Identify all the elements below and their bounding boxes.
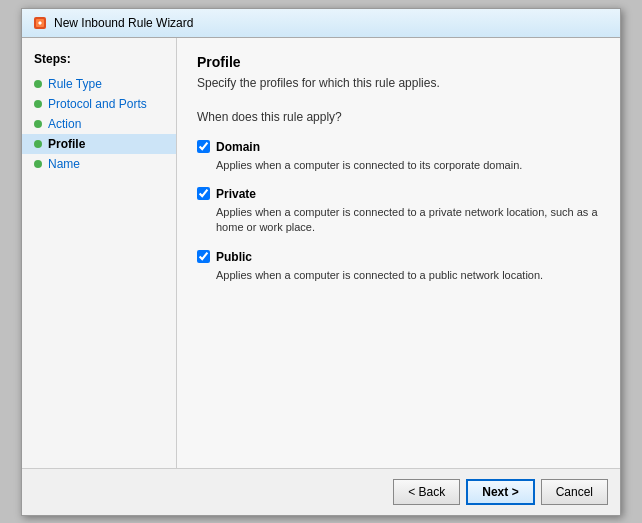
title-bar-text: New Inbound Rule Wizard <box>54 16 193 30</box>
next-button[interactable]: Next > <box>466 479 534 505</box>
back-button[interactable]: < Back <box>393 479 460 505</box>
step-dot-profile <box>34 140 42 148</box>
domain-option: Domain Applies when a computer is connec… <box>197 140 600 173</box>
page-subtitle: Specify the profiles for which this rule… <box>197 76 600 90</box>
domain-checkbox-row: Domain <box>197 140 600 154</box>
page-title: Profile <box>197 54 600 70</box>
footer: < Back Next > Cancel <box>22 468 620 515</box>
question-text: When does this rule apply? <box>197 110 600 124</box>
sidebar-label-action: Action <box>48 117 81 131</box>
cancel-button[interactable]: Cancel <box>541 479 608 505</box>
step-dot-rule-type <box>34 80 42 88</box>
private-description: Applies when a computer is connected to … <box>197 205 600 236</box>
title-bar: New Inbound Rule Wizard <box>22 9 620 38</box>
sidebar-label-rule-type: Rule Type <box>48 77 102 91</box>
wizard-window: New Inbound Rule Wizard Steps: Rule Type… <box>21 8 621 516</box>
sidebar-item-action[interactable]: Action <box>22 114 176 134</box>
sidebar-item-profile[interactable]: Profile <box>22 134 176 154</box>
private-option: Private Applies when a computer is conne… <box>197 187 600 236</box>
step-dot-name <box>34 160 42 168</box>
sidebar-label-protocol-ports: Protocol and Ports <box>48 97 147 111</box>
public-checkbox-row: Public <box>197 250 600 264</box>
sidebar-label-profile: Profile <box>48 137 85 151</box>
step-dot-protocol-ports <box>34 100 42 108</box>
domain-checkbox[interactable] <box>197 140 210 153</box>
sidebar-label-name: Name <box>48 157 80 171</box>
sidebar-item-protocol-ports[interactable]: Protocol and Ports <box>22 94 176 114</box>
private-checkbox-row: Private <box>197 187 600 201</box>
domain-description: Applies when a computer is connected to … <box>197 158 600 173</box>
public-checkbox[interactable] <box>197 250 210 263</box>
sidebar-item-rule-type[interactable]: Rule Type <box>22 74 176 94</box>
main-content: Profile Specify the profiles for which t… <box>177 38 620 468</box>
step-dot-action <box>34 120 42 128</box>
private-checkbox[interactable] <box>197 187 210 200</box>
private-label[interactable]: Private <box>216 187 256 201</box>
wizard-icon <box>32 15 48 31</box>
domain-label[interactable]: Domain <box>216 140 260 154</box>
sidebar-item-name[interactable]: Name <box>22 154 176 174</box>
sidebar: Steps: Rule Type Protocol and Ports Acti… <box>22 38 177 468</box>
steps-label: Steps: <box>22 48 176 74</box>
public-option: Public Applies when a computer is connec… <box>197 250 600 283</box>
content-area: Steps: Rule Type Protocol and Ports Acti… <box>22 38 620 468</box>
public-label[interactable]: Public <box>216 250 252 264</box>
public-description: Applies when a computer is connected to … <box>197 268 600 283</box>
